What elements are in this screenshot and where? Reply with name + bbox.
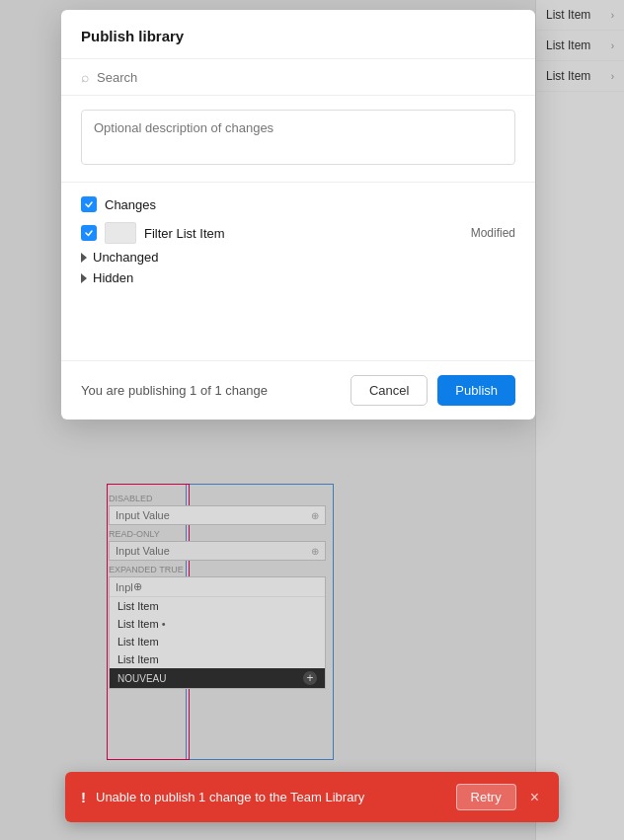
modal-overlay: Publish library ⌕ Changes <box>0 0 624 840</box>
triangle-icon-2 <box>81 273 87 283</box>
changes-checkbox[interactable] <box>81 196 97 212</box>
toast-warning-icon: ! <box>81 789 86 805</box>
search-icon: ⌕ <box>81 69 89 85</box>
change-item-checkbox[interactable] <box>81 225 97 241</box>
search-input[interactable] <box>97 70 515 85</box>
changes-header: Changes <box>81 196 515 212</box>
hidden-row[interactable]: Hidden <box>81 270 515 285</box>
footer-info: You are publishing 1 of 1 change <box>81 383 268 398</box>
modal-header: Publish library <box>61 10 535 59</box>
publish-button[interactable]: Publish <box>437 375 515 406</box>
modal-changes-section: Changes Filter List Item Modified Unchan… <box>61 183 535 360</box>
modal-search-bar[interactable]: ⌕ <box>61 59 535 96</box>
change-item-name: Filter List Item <box>144 226 463 241</box>
change-item-thumbnail <box>105 222 136 244</box>
changes-label: Changes <box>105 197 156 212</box>
change-item-row: Filter List Item Modified <box>81 222 515 244</box>
unchanged-row[interactable]: Unchanged <box>81 250 515 265</box>
modal-title: Publish library <box>81 28 184 44</box>
hidden-label: Hidden <box>93 270 133 285</box>
footer-actions: Cancel Publish <box>351 375 515 406</box>
unchanged-label: Unchanged <box>93 250 159 265</box>
publish-library-modal: Publish library ⌕ Changes <box>61 10 535 420</box>
modal-description-section <box>61 96 535 183</box>
toast-close-button[interactable]: × <box>526 789 543 806</box>
toast-message: Unable to publish 1 change to the Team L… <box>96 790 446 804</box>
modal-footer: You are publishing 1 of 1 change Cancel … <box>61 360 535 420</box>
change-item-status: Modified <box>471 226 515 240</box>
toast-notification: ! Unable to publish 1 change to the Team… <box>65 772 559 822</box>
retry-button[interactable]: Retry <box>456 784 516 810</box>
cancel-button[interactable]: Cancel <box>351 375 428 406</box>
triangle-icon <box>81 253 87 263</box>
description-textarea[interactable] <box>81 110 515 165</box>
